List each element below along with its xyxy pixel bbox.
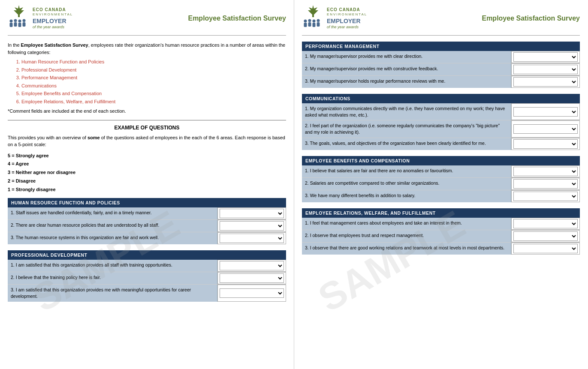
question-dropdown[interactable] [217, 260, 286, 272]
svg-rect-7 [18, 23, 21, 27]
section-communications: COMMUNICATIONS 1. My organization commun… [302, 94, 580, 150]
list-item: Performance Management [21, 74, 286, 81]
svg-point-14 [308, 19, 311, 22]
question-dropdown[interactable] [511, 178, 580, 190]
section-relations: EMPLOYEE RELATIONS, WELFARE, AND FULFILL… [302, 208, 580, 255]
svg-rect-15 [308, 22, 311, 27]
scale-item: 5 = Strongly agree [8, 152, 286, 160]
svg-marker-10 [308, 5, 318, 15]
list-item: Human Resource Function and Policies [21, 58, 286, 66]
left-header: ECO CANADA ENVIRONMENTAL EMPLOYER of the… [8, 5, 286, 36]
left-brand-year: of the year awards [33, 25, 73, 30]
question-dropdown[interactable] [217, 207, 286, 219]
answer-select[interactable] [513, 244, 578, 253]
question-dropdown[interactable] [217, 285, 286, 301]
question-text: 3. We have many different benefits in ad… [302, 190, 511, 202]
question-text: 3. The goals, values, and objectives of … [302, 138, 511, 150]
question-row: 3. We have many different benefits in ad… [302, 190, 580, 202]
section-hr-header: HUMAN RESOURCE FUNCTION AND POLICIES [8, 198, 286, 207]
question-text: 2. I observe that employees trust and re… [302, 230, 511, 242]
right-brand-employer: EMPLOYER [327, 17, 367, 25]
answer-select[interactable] [220, 221, 284, 231]
note-text: *Comment fields are included at the end … [8, 108, 286, 115]
question-text: 2. I feel part of the organization (i.e.… [302, 120, 511, 137]
answer-select[interactable] [513, 65, 578, 74]
question-dropdown[interactable] [511, 230, 580, 242]
left-logo-icon [8, 5, 30, 32]
section-hr: HUMAN RESOURCE FUNCTION AND POLICIES 1. … [8, 198, 286, 244]
question-text: 2. My manager/supervisor provides me wit… [302, 63, 511, 75]
question-row: 1. Staff issues are handled confidential… [8, 207, 286, 220]
question-text: 3. I am satisfied that this organization… [8, 285, 217, 301]
answer-select[interactable] [513, 219, 578, 228]
question-dropdown[interactable] [511, 243, 580, 255]
question-dropdown[interactable] [511, 63, 580, 75]
answer-select[interactable] [220, 273, 284, 283]
answer-select[interactable] [513, 52, 578, 62]
question-dropdown[interactable] [511, 165, 580, 177]
answer-select[interactable] [220, 288, 284, 298]
left-divider [8, 120, 286, 120]
question-row: 1. I am satisfied that this organization… [8, 260, 286, 272]
svg-rect-13 [304, 23, 307, 27]
right-survey-title: Employee Satisfaction Survey [482, 15, 580, 22]
question-text: 3. The human resource systems in this or… [8, 232, 217, 244]
answer-select[interactable] [513, 139, 578, 149]
question-row: 3. I am satisfied that this organization… [8, 285, 286, 301]
svg-rect-17 [313, 23, 316, 27]
left-logo-text: ECO CANADA ENVIRONMENTAL EMPLOYER of the… [33, 7, 73, 30]
svg-point-4 [14, 19, 17, 22]
scale-item: 3 = Neither agree nor disagree [8, 168, 286, 177]
question-dropdown[interactable] [217, 272, 286, 284]
answer-select[interactable] [220, 261, 284, 270]
svg-rect-1 [18, 15, 20, 17]
svg-point-18 [317, 19, 320, 22]
right-brand-eco: ECO CANADA [327, 7, 367, 12]
question-dropdown[interactable] [511, 138, 580, 150]
section-profdev-header: PROFESSIONAL DEVELOPMENT [8, 250, 286, 260]
answer-select[interactable] [513, 192, 578, 201]
svg-rect-19 [317, 22, 320, 27]
answer-select[interactable] [513, 231, 578, 241]
question-text: 1. I am satisfied that this organization… [8, 260, 217, 272]
question-dropdown[interactable] [511, 76, 580, 88]
left-brand-employer: EMPLOYER [33, 17, 73, 25]
question-dropdown[interactable] [511, 120, 580, 137]
question-dropdown[interactable] [217, 232, 286, 244]
list-item: Employee Relations, Welfare, and Fulfill… [21, 98, 286, 105]
question-text: 2. Salaries are competitive compared to … [302, 178, 511, 190]
question-text: 1. I feel that management cares about em… [302, 218, 511, 230]
question-dropdown[interactable] [511, 190, 580, 202]
right-logo-icon [302, 5, 324, 32]
question-row: 2. There are clear human resource polici… [8, 220, 286, 232]
answer-select[interactable] [220, 234, 284, 243]
svg-point-6 [18, 20, 21, 23]
left-page: SAMPLE [0, 0, 294, 369]
answer-select[interactable] [513, 167, 578, 176]
question-row: 1. My manager/supervisor provides me wit… [302, 51, 580, 63]
right-brand-year: of the year awards [327, 25, 367, 30]
question-row: 2. I observe that employees trust and re… [302, 230, 580, 243]
question-text: 2. I believe that the training policy he… [8, 272, 217, 284]
question-dropdown[interactable] [511, 51, 580, 63]
scale-item: 1 = Strongly disagree [8, 186, 286, 194]
left-logo: ECO CANADA ENVIRONMENTAL EMPLOYER of the… [8, 5, 73, 32]
question-dropdown[interactable] [511, 218, 580, 230]
answer-select[interactable] [513, 107, 578, 117]
answer-select[interactable] [220, 209, 284, 218]
list-item: Communications [21, 82, 286, 90]
scale-item: 4 = Agree [8, 160, 286, 168]
question-text: 1. I believe that salaries are fair and … [302, 165, 511, 177]
question-dropdown[interactable] [511, 103, 580, 120]
answer-select[interactable] [513, 124, 578, 134]
svg-point-16 [313, 20, 316, 23]
question-row: 2. I believe that the training policy he… [8, 272, 286, 285]
scale-list: 5 = Strongly agree 4 = Agree 3 = Neither… [8, 152, 286, 194]
answer-select[interactable] [513, 77, 578, 87]
answer-select[interactable] [513, 179, 578, 189]
list-item: Professional Development [21, 66, 286, 74]
intro-bold: Employee Satisfaction Survey [21, 42, 88, 48]
left-brand-eco: ECO CANADA [33, 7, 73, 12]
question-dropdown[interactable] [217, 220, 286, 232]
svg-rect-11 [312, 15, 314, 17]
